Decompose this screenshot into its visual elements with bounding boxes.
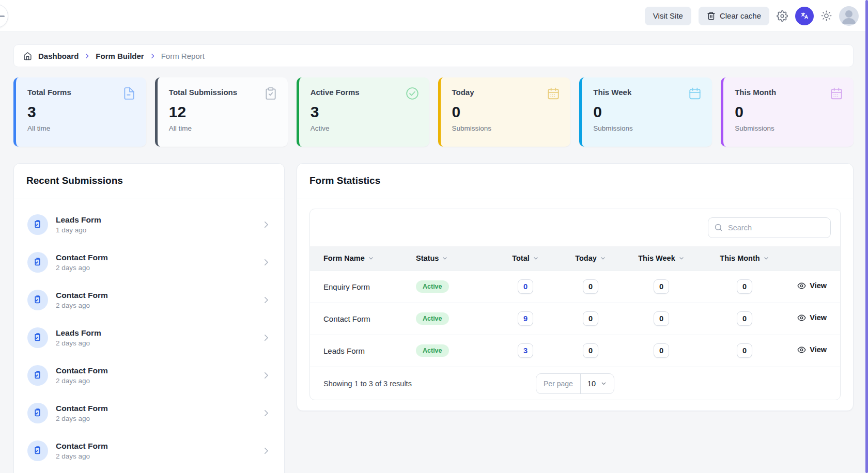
top-header: Visit Site Clear cache: [0, 0, 868, 32]
main-content: Dashboard Form Builder Form Report Total…: [0, 32, 868, 473]
clipboard-copy-check-icon: [27, 290, 48, 310]
recent-submission-item[interactable]: Contact Form 2 days ago: [24, 356, 274, 394]
total-count-chip[interactable]: 3: [518, 343, 533, 358]
sort-chevron-down-icon: [442, 255, 448, 261]
column-header[interactable]: This Week: [623, 246, 700, 271]
stat-card-label: This Week: [593, 88, 631, 97]
per-page-control: Per page 10: [536, 373, 614, 394]
view-button[interactable]: View: [797, 345, 827, 354]
total-count-chip[interactable]: 0: [518, 279, 533, 294]
breadcrumb-item-dashboard[interactable]: Dashboard: [38, 52, 79, 60]
collapse-dash-icon: [0, 15, 5, 17]
stat-card-label: Total Forms: [27, 88, 71, 97]
week-count-chip[interactable]: 0: [654, 343, 669, 358]
chevron-right-icon: [261, 371, 271, 380]
submission-time: 2 days ago: [56, 302, 254, 309]
column-header[interactable]: Form Name: [310, 246, 416, 271]
sort-chevron-down-icon: [763, 255, 769, 261]
home-icon[interactable]: [23, 52, 32, 60]
recent-submission-item[interactable]: Contact Form 2 days ago: [24, 432, 274, 469]
recent-submissions-title: Recent Submissions: [26, 175, 272, 186]
cell-form-name: Contact Form: [310, 303, 416, 335]
submission-form-name: Leads Form: [56, 215, 254, 225]
table-row: Leads Form Active 3 0 0 0: [310, 335, 840, 367]
stat-card-value: 12: [169, 104, 277, 120]
week-count-chip[interactable]: 0: [654, 279, 669, 294]
stat-card-value: 3: [27, 104, 136, 120]
today-count-chip[interactable]: 0: [583, 343, 598, 358]
stat-card-subtitle: All time: [169, 124, 277, 132]
week-count-chip[interactable]: 0: [654, 311, 669, 326]
stat-card-value: 0: [452, 104, 561, 120]
submission-time: 2 days ago: [56, 415, 254, 422]
stat-card-subtitle: Submissions: [735, 124, 843, 132]
stat-card-subtitle: Submissions: [452, 124, 561, 132]
search-input[interactable]: [708, 217, 831, 238]
submission-time: 2 days ago: [56, 452, 254, 460]
per-page-select[interactable]: 10: [581, 374, 614, 393]
form-statistics-panel: Form Statistics: [297, 163, 854, 411]
table-header-row: Form Name: [310, 246, 840, 271]
page-scrollbar[interactable]: [865, 0, 868, 473]
recent-submission-item[interactable]: Leads Form 1 day ago: [24, 206, 274, 243]
month-count-chip[interactable]: 0: [737, 311, 752, 326]
clipboard-copy-check-icon: [27, 365, 48, 386]
check-circle-icon: [406, 87, 419, 100]
visit-site-button[interactable]: Visit Site: [645, 7, 691, 25]
recent-submissions-list: Leads Form 1 day ago Contact Form: [14, 198, 284, 473]
column-header[interactable]: Total: [492, 246, 559, 271]
stat-card-subtitle: All time: [27, 124, 136, 132]
chevron-right-icon: [149, 53, 156, 59]
sort-chevron-down-icon: [368, 255, 374, 261]
recent-submission-item[interactable]: Contact Form 2 days ago: [24, 243, 274, 281]
sort-chevron-down-icon: [533, 255, 539, 261]
stat-card-label: Active Forms: [311, 88, 360, 97]
clipboard-check-icon: [264, 87, 277, 100]
recent-submissions-panel: Recent Submissions Leads Form 1 day ago: [13, 163, 285, 473]
settings-gear-icon[interactable]: [777, 10, 788, 22]
cell-form-name: Leads Form: [310, 335, 416, 367]
visit-site-label: Visit Site: [653, 11, 683, 20]
chevron-right-icon: [261, 295, 271, 305]
chevron-right-icon: [261, 333, 271, 342]
breadcrumb: Dashboard Form Builder Form Report: [13, 44, 854, 67]
search-box: [708, 217, 831, 238]
stat-card-label: Today: [452, 88, 474, 97]
light-mode-sun-icon[interactable]: [821, 10, 832, 21]
status-badge: Active: [416, 344, 449, 357]
form-statistics-table: Form Name: [310, 246, 840, 367]
user-avatar[interactable]: [839, 6, 859, 26]
clear-cache-label: Clear cache: [720, 11, 761, 20]
month-count-chip[interactable]: 0: [737, 279, 752, 294]
recent-submission-item[interactable]: Leads Form 2 days ago: [24, 319, 274, 356]
column-header[interactable]: This Month: [700, 246, 789, 271]
chevron-right-icon: [261, 258, 271, 267]
column-header[interactable]: Status: [416, 246, 492, 271]
stat-card: Total Forms 3 All time: [13, 77, 146, 147]
file-icon: [122, 87, 136, 100]
sidebar-collapse-button[interactable]: [0, 4, 8, 28]
stat-card: This Week 0 Submissions: [579, 77, 712, 147]
column-header[interactable]: Today: [559, 246, 623, 271]
recent-submission-item[interactable]: Contact Form 2 days ago: [24, 281, 274, 319]
view-button[interactable]: View: [797, 313, 827, 322]
calendar-icon: [688, 87, 702, 100]
total-count-chip[interactable]: 9: [518, 311, 533, 326]
today-count-chip[interactable]: 0: [583, 311, 598, 326]
translate-button[interactable]: [795, 7, 814, 25]
today-count-chip[interactable]: 0: [583, 279, 598, 294]
view-button[interactable]: View: [797, 281, 827, 290]
breadcrumb-item-form-builder[interactable]: Form Builder: [96, 52, 144, 60]
stat-card-subtitle: Active: [311, 124, 419, 132]
submission-time: 2 days ago: [56, 339, 254, 347]
sort-chevron-down-icon: [600, 255, 606, 261]
month-count-chip[interactable]: 0: [737, 343, 752, 358]
submission-time: 1 day ago: [56, 226, 254, 234]
clear-cache-button[interactable]: Clear cache: [699, 7, 769, 25]
cell-form-name: Enquiry Form: [310, 271, 416, 303]
calendar-dots-icon: [830, 87, 843, 100]
stat-card-label: Total Submissions: [169, 88, 237, 97]
stat-card: Today 0 Submissions: [438, 77, 571, 147]
recent-submission-item[interactable]: Contact Form 2 days ago: [24, 394, 274, 432]
chevron-down-icon: [600, 380, 607, 387]
